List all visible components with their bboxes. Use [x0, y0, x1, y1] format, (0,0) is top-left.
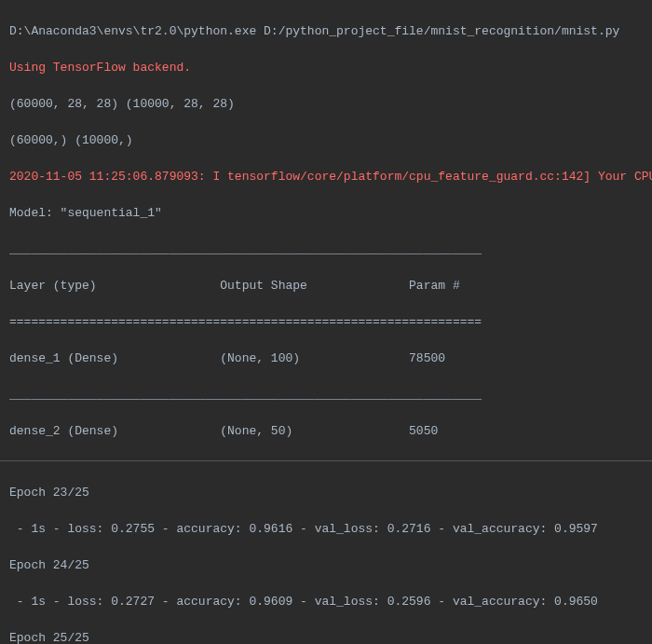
backend-message: Using TensorFlow backend.: [9, 59, 643, 77]
separator-underscore: ________________________________________…: [9, 386, 643, 404]
shapes-line-2: (60000,) (10000,): [9, 131, 643, 150]
command-line: D:\Anaconda3\envs\tr2.0\python.exe D:/py…: [9, 22, 643, 41]
shapes-line-1: (60000, 28, 28) (10000, 28, 28): [9, 95, 643, 114]
layer-dense-2: dense_2 (Dense) (None, 50) 5050: [9, 422, 643, 441]
table-header: Layer (type) Output Shape Param #: [9, 277, 643, 295]
epoch-25-label: Epoch 25/25: [9, 629, 643, 645]
separator-underscore: ________________________________________…: [9, 240, 643, 259]
tensorflow-warning: 2020-11-05 11:25:06.879093: I tensorflow…: [9, 168, 643, 186]
terminal-output-top: D:\Anaconda3\envs\tr2.0\python.exe D:/py…: [0, 0, 652, 461]
layer-dense-1: dense_1 (Dense) (None, 100) 78500: [9, 349, 643, 368]
separator-equals: ========================================…: [9, 313, 643, 332]
epoch-23-label: Epoch 23/25: [9, 484, 643, 502]
terminal-output-bottom: Epoch 23/25 - 1s - loss: 0.2755 - accura…: [0, 461, 652, 644]
epoch-24-stats: - 1s - loss: 0.2727 - accuracy: 0.9609 -…: [9, 593, 643, 611]
model-name: Model: "sequential_1": [9, 204, 643, 223]
epoch-23-stats: - 1s - loss: 0.2755 - accuracy: 0.9616 -…: [9, 520, 643, 539]
epoch-24-label: Epoch 24/25: [9, 556, 643, 575]
